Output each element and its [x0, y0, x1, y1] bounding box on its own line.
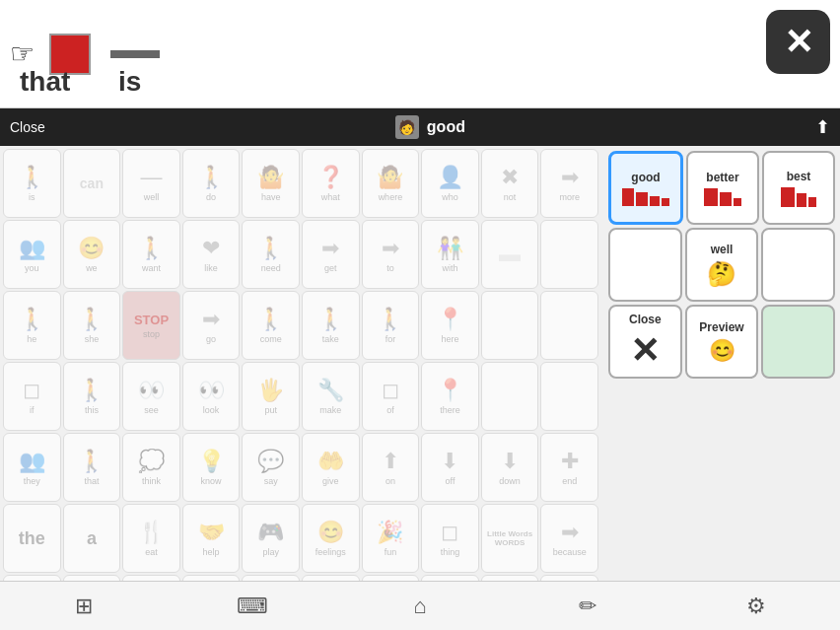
cell-this[interactable]: 🚶this: [63, 362, 121, 431]
cell-to[interactable]: ➡to: [362, 220, 420, 289]
gray-line-1: [110, 50, 160, 58]
cell-not[interactable]: ✖not: [481, 149, 539, 218]
cell-you[interactable]: 👥you: [3, 220, 61, 289]
cell-there[interactable]: 📍there: [421, 362, 479, 431]
symbol-grid: 🚶is can —well 🚶do 🤷have ❓what 🤷where 👤wh…: [0, 146, 601, 581]
panel-row-3: Close ✕ Preview 😊: [608, 305, 835, 379]
cell-look[interactable]: 👀look: [182, 362, 241, 431]
cell-that[interactable]: 🚶that: [63, 433, 121, 502]
word-that: that: [20, 66, 70, 98]
toolbar-center: 🧑 good: [45, 115, 815, 139]
cell-a[interactable]: a: [63, 504, 121, 573]
cell-play[interactable]: 🎮play: [242, 504, 300, 573]
cell-do[interactable]: 🚶do: [182, 149, 241, 218]
cell-come[interactable]: 🚶come: [242, 291, 300, 360]
cell-know[interactable]: 💡know: [182, 433, 241, 502]
cell-can[interactable]: can: [63, 149, 121, 218]
cell-fun[interactable]: 🎉fun: [362, 504, 420, 573]
cell-see[interactable]: 👀see: [122, 362, 180, 431]
cell-little-words[interactable]: Little Words WORDS: [481, 504, 539, 573]
right-panel: good better best: [603, 146, 840, 581]
panel-good-button[interactable]: good: [608, 151, 683, 225]
cell-he[interactable]: 🚶he: [3, 291, 61, 360]
cell-we[interactable]: 😊we: [63, 220, 121, 289]
grid-nav-icon: ⊞: [75, 594, 93, 619]
cell-take[interactable]: 🚶take: [302, 291, 360, 360]
cell-put[interactable]: 🖐put: [242, 362, 300, 431]
cell-feelings[interactable]: 😊feelings: [302, 504, 360, 573]
grid-nav-button[interactable]: ⊞: [59, 587, 108, 626]
good-blocks-icon: [622, 188, 669, 206]
panel-better-label: better: [706, 171, 738, 184]
cell-off[interactable]: ⬇off: [421, 433, 479, 502]
cell-empty-r2-1: [481, 291, 539, 360]
panel-row-2: well 🤔: [608, 228, 835, 302]
pencil-nav-button[interactable]: ✏: [563, 587, 612, 626]
cell-eat[interactable]: 🍴eat: [122, 504, 180, 573]
cell-what[interactable]: ❓what: [302, 149, 360, 218]
cell-need[interactable]: 🚶need: [242, 220, 300, 289]
keyboard-nav-button[interactable]: ⌨: [228, 587, 277, 626]
top-bar: ☞ that is ✕: [0, 0, 840, 108]
home-nav-icon: ⌂: [413, 594, 426, 619]
cell-who[interactable]: 👤who: [421, 149, 479, 218]
cell-for[interactable]: 🚶for: [362, 291, 420, 360]
cell-help[interactable]: 🤝help: [182, 504, 241, 573]
settings-nav-icon: ⚙: [746, 594, 766, 619]
keyboard-nav-icon: ⌨: [237, 594, 268, 619]
cell-get[interactable]: ➡get: [302, 220, 360, 289]
cell-say[interactable]: 💬say: [242, 433, 300, 502]
cell-she[interactable]: 🚶she: [63, 291, 121, 360]
cell-want[interactable]: 🚶want: [122, 220, 180, 289]
cell-well[interactable]: —well: [122, 149, 180, 218]
cell-because[interactable]: ➡because: [540, 504, 598, 573]
panel-better-button[interactable]: better: [686, 151, 759, 225]
cell-empty-r2-2: [540, 291, 598, 360]
home-nav-button[interactable]: ⌂: [395, 587, 445, 626]
main-grid-area: 🚶is can —well 🚶do 🤷have ❓what 🤷where 👤wh…: [0, 146, 601, 581]
toolbar-close-button[interactable]: Close: [10, 119, 45, 135]
toolbar-share-button[interactable]: ⬆: [815, 116, 830, 138]
cell-empty-r3-1: [481, 362, 539, 431]
panel-empty-right[interactable]: [761, 228, 835, 302]
cell-they[interactable]: 👥they: [3, 433, 61, 502]
panel-empty-left[interactable]: [608, 228, 682, 302]
panel-green-cell[interactable]: [761, 305, 835, 379]
close-x-button[interactable]: ✕: [766, 10, 830, 74]
panel-best-label: best: [787, 170, 811, 183]
cell-here[interactable]: 📍here: [421, 291, 479, 360]
bottom-nav: ⊞ ⌨ ⌂ ✏ ⚙: [0, 581, 840, 630]
cell-have[interactable]: 🤷have: [242, 149, 300, 218]
panel-best-button[interactable]: best: [762, 151, 835, 225]
cell-give[interactable]: 🤲give: [302, 433, 360, 502]
cell-where[interactable]: 🤷where: [362, 149, 420, 218]
cell-more[interactable]: ➡more: [540, 149, 598, 218]
panel-close-button[interactable]: Close ✕: [608, 305, 682, 379]
cell-go[interactable]: ➡go: [182, 291, 241, 360]
cell-is[interactable]: 🚶is: [3, 149, 61, 218]
toolbar-icon: 🧑: [395, 115, 419, 139]
cell-like[interactable]: ❤like: [182, 220, 241, 289]
settings-nav-button[interactable]: ⚙: [732, 587, 781, 626]
cell-the[interactable]: the: [3, 504, 61, 573]
better-blocks-icon: [704, 188, 741, 206]
gray-lines: [110, 50, 160, 58]
cell-empty-r3-2: [540, 362, 598, 431]
toolbar: Close 🧑 good ⬆: [0, 108, 840, 146]
cell-end[interactable]: ✚end: [540, 433, 598, 502]
cell-if[interactable]: ◻if: [3, 362, 61, 431]
cell-make[interactable]: 🔧make: [302, 362, 360, 431]
panel-preview-button[interactable]: Preview 😊: [685, 305, 759, 379]
panel-well-button[interactable]: well 🤔: [685, 228, 759, 302]
cell-down[interactable]: ⬇down: [481, 433, 539, 502]
cell-on[interactable]: ⬆on: [362, 433, 420, 502]
cell-thing[interactable]: ◻thing: [421, 504, 479, 573]
cell-with[interactable]: 👫with: [421, 220, 479, 289]
cell-stop[interactable]: STOPstop: [122, 291, 180, 360]
toolbar-good-label: good: [427, 118, 465, 136]
close-x-icon: ✕: [784, 22, 813, 63]
cell-of[interactable]: ◻of: [362, 362, 420, 431]
panel-well-label: well: [711, 243, 734, 256]
panel-close-label: Close: [629, 313, 662, 326]
cell-think[interactable]: 💭think: [122, 433, 180, 502]
